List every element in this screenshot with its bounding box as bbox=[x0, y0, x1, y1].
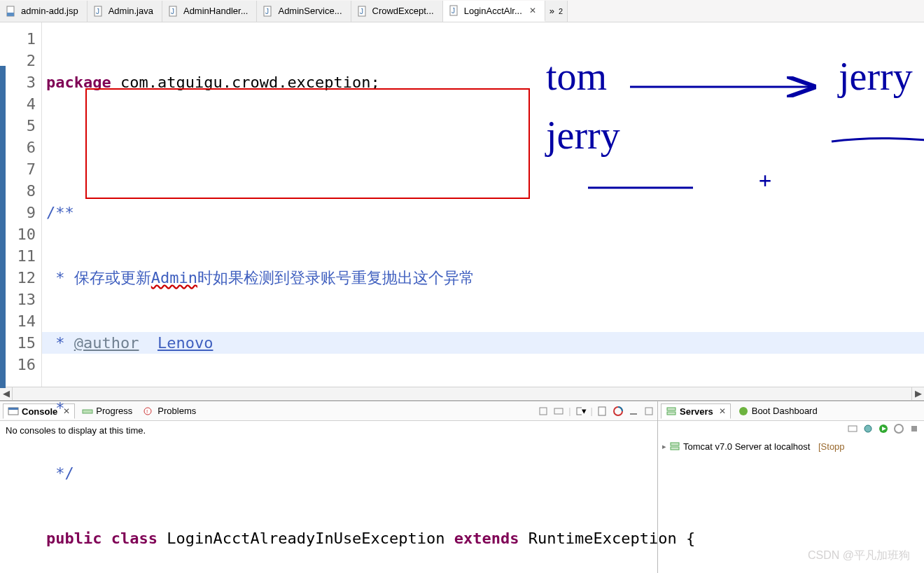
tab-label: Admin.java bbox=[108, 6, 153, 16]
overflow-count: 2 bbox=[559, 7, 563, 15]
code-editor[interactable]: 1 2 3 4 5 6 7 8 9 10 11 12 13 14 15 16 p… bbox=[0, 22, 924, 401]
svg-rect-1 bbox=[7, 13, 14, 16]
code-content[interactable]: package com.atguigu.crowd.exception; /**… bbox=[42, 22, 924, 387]
tab-login-acct[interactable]: J LoginAcctAlr... ✕ bbox=[443, 1, 545, 22]
tab-admin-service[interactable]: J AdminService... bbox=[257, 1, 351, 22]
line-gutter: 1 2 3 4 5 6 7 8 9 10 11 12 13 14 15 16 bbox=[0, 22, 42, 387]
java-file-icon: J bbox=[449, 5, 460, 16]
tab-overflow[interactable]: »2 bbox=[545, 1, 568, 22]
java-file-icon: J bbox=[357, 6, 368, 17]
tab-label: LoginAcctAlr... bbox=[464, 6, 522, 16]
svg-text:J: J bbox=[360, 8, 363, 15]
tab-admin-handler[interactable]: J AdminHandler... bbox=[162, 1, 258, 22]
tab-label: AdminService... bbox=[278, 6, 342, 16]
annotation-plus: + bbox=[759, 168, 771, 193]
java-file-icon: J bbox=[262, 6, 274, 17]
svg-rect-15 bbox=[8, 408, 18, 410]
tab-label: admin-add.jsp bbox=[21, 6, 78, 16]
editor-tab-bar: admin-add.jsp J Admin.java J AdminHandle… bbox=[0, 0, 924, 22]
svg-text:J: J bbox=[265, 8, 269, 15]
scroll-left-icon[interactable]: ◀ bbox=[0, 387, 13, 400]
tab-admin-java[interactable]: J Admin.java bbox=[88, 1, 162, 22]
console-icon bbox=[8, 406, 19, 417]
svg-text:J: J bbox=[451, 7, 455, 15]
java-file-icon: J bbox=[93, 6, 104, 17]
tab-label: AdminHandler... bbox=[183, 6, 248, 16]
svg-text:J: J bbox=[96, 8, 99, 15]
tab-admin-add[interactable]: admin-add.jsp bbox=[0, 1, 88, 22]
overflow-marker: » bbox=[550, 6, 554, 16]
tab-crowd-except[interactable]: J CrowdExcept... bbox=[351, 1, 443, 22]
java-file-icon: J bbox=[168, 6, 179, 17]
svg-text:J: J bbox=[171, 8, 174, 15]
jsp-file-icon bbox=[6, 6, 17, 17]
tab-label: CrowdExcept... bbox=[372, 6, 434, 16]
close-icon[interactable]: ✕ bbox=[526, 6, 536, 15]
